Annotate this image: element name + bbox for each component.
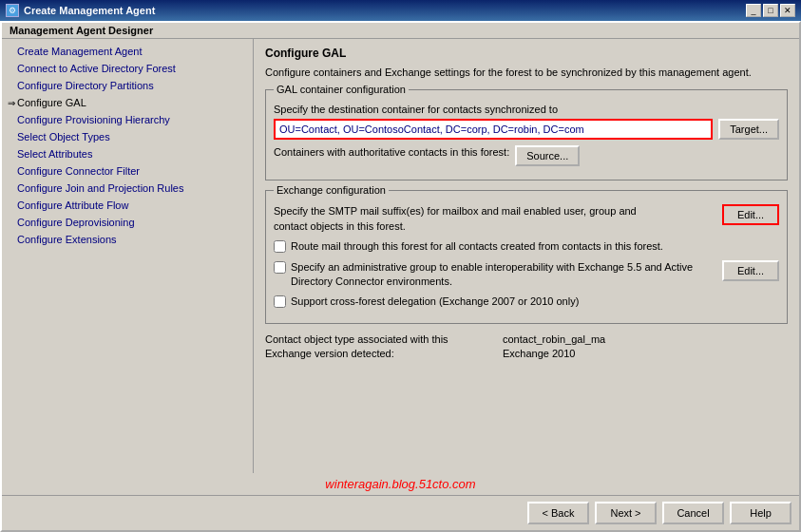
- checkbox-row-1: Route mail through this forest for all c…: [274, 239, 779, 254]
- sidebar-item-configure-attr[interactable]: Configure Attribute Flow: [2, 197, 253, 214]
- checkbox-1[interactable]: [274, 240, 286, 253]
- panel-title: Configure GAL: [265, 47, 788, 60]
- source-button[interactable]: Source...: [515, 145, 580, 166]
- smtp-row: Specify the SMTP mail suffix(es) for mai…: [274, 204, 779, 234]
- sidebar-item-configure-join[interactable]: Configure Join and Projection Rules: [2, 180, 253, 197]
- sidebar-item-configure-conn[interactable]: Configure Connector Filter: [2, 162, 253, 180]
- right-panel: Configure GAL Configure containers and E…: [254, 39, 799, 473]
- sidebar-item-configure-deprov[interactable]: Configure Deprovisioning: [2, 214, 253, 231]
- info-label-1: Contact object type associated with this: [265, 333, 493, 345]
- sidebar-item-configure-ext[interactable]: Configure Extensions: [2, 231, 253, 248]
- checkbox-1-label: Route mail through this forest for all c…: [291, 239, 663, 254]
- checkbox-2-label: Specify an administrative group to enabl…: [291, 260, 715, 290]
- checkbox-3-label: Support cross-forest delegation (Exchang…: [291, 294, 579, 309]
- info-value-2: Exchange 2010: [503, 348, 575, 359]
- container-field-row: Target...: [274, 119, 779, 140]
- cancel-button[interactable]: Cancel: [662, 502, 724, 524]
- maximize-button[interactable]: □: [763, 4, 778, 17]
- gal-section-label: GAL container configuration: [274, 84, 409, 95]
- arrow-icon: ⇒: [8, 98, 15, 108]
- exchange-section-label: Exchange configuration: [274, 184, 389, 196]
- watermark: winteragain.blog.51cto.com: [2, 473, 799, 495]
- sidebar-item-select-attr[interactable]: Select Attributes: [2, 145, 253, 162]
- specify-text: Specify the destination container for co…: [274, 104, 779, 115]
- checkbox-row-3: Support cross-forest delegation (Exchang…: [274, 294, 779, 309]
- info-row-2: Exchange version detected: Exchange 2010: [265, 348, 788, 359]
- edit-button-2[interactable]: Edit...: [722, 260, 779, 281]
- smtp-text: Specify the SMTP mail suffix(es) for mai…: [274, 204, 654, 234]
- subtitle-label: Management Agent Designer: [10, 25, 153, 36]
- close-button[interactable]: ✕: [780, 4, 795, 17]
- next-button[interactable]: Next >: [595, 502, 657, 524]
- containers-row: Containers with authoritative contacts i…: [274, 145, 779, 166]
- sidebar-item-configure-gal[interactable]: ⇒ Configure GAL: [2, 94, 253, 111]
- title-bar-controls[interactable]: _ □ ✕: [746, 4, 795, 17]
- sidebar-item-configure-dir[interactable]: Configure Directory Partitions: [2, 77, 253, 94]
- left-panel: Create Management Agent Connect to Activ…: [2, 39, 254, 473]
- gal-section: GAL container configuration Specify the …: [265, 89, 788, 180]
- checkbox-3[interactable]: [274, 295, 286, 308]
- description-text: Configure containers and Exchange settin…: [265, 66, 788, 80]
- help-button[interactable]: Help: [730, 502, 791, 524]
- containers-label: Containers with authoritative contacts i…: [274, 146, 509, 158]
- main-window: Management Agent Designer Create Managem…: [0, 21, 801, 532]
- app-icon: ⚙: [6, 4, 19, 17]
- exchange-section: Exchange configuration Specify the SMTP …: [265, 190, 788, 323]
- sidebar-item-configure-prov[interactable]: Configure Provisioning Hierarchy: [2, 111, 253, 128]
- container-input[interactable]: [274, 119, 713, 140]
- target-button[interactable]: Target...: [718, 119, 779, 140]
- checkbox-row-2: Specify an administrative group to enabl…: [274, 260, 715, 290]
- sidebar-item-select-obj[interactable]: Select Object Types: [2, 128, 253, 145]
- sidebar-item-connect[interactable]: Connect to Active Directory Forest: [2, 60, 253, 77]
- title-bar: ⚙ Create Management Agent _ □ ✕: [0, 0, 801, 21]
- info-value-1: contact_robin_gal_ma: [503, 333, 605, 345]
- minimize-button[interactable]: _: [746, 4, 761, 17]
- title-bar-text: Create Management Agent: [24, 5, 155, 16]
- info-label-2: Exchange version detected:: [265, 348, 493, 359]
- edit-button-1[interactable]: Edit...: [722, 204, 779, 225]
- checkbox-2[interactable]: [274, 261, 286, 274]
- content-area: Create Management Agent Connect to Activ…: [2, 39, 799, 473]
- bottom-bar: < Back Next > Cancel Help: [2, 495, 799, 530]
- back-button[interactable]: < Back: [527, 502, 589, 524]
- subtitle-bar: Management Agent Designer: [2, 23, 799, 39]
- info-row-1: Contact object type associated with this…: [265, 333, 788, 345]
- sidebar-item-create[interactable]: Create Management Agent: [2, 43, 253, 60]
